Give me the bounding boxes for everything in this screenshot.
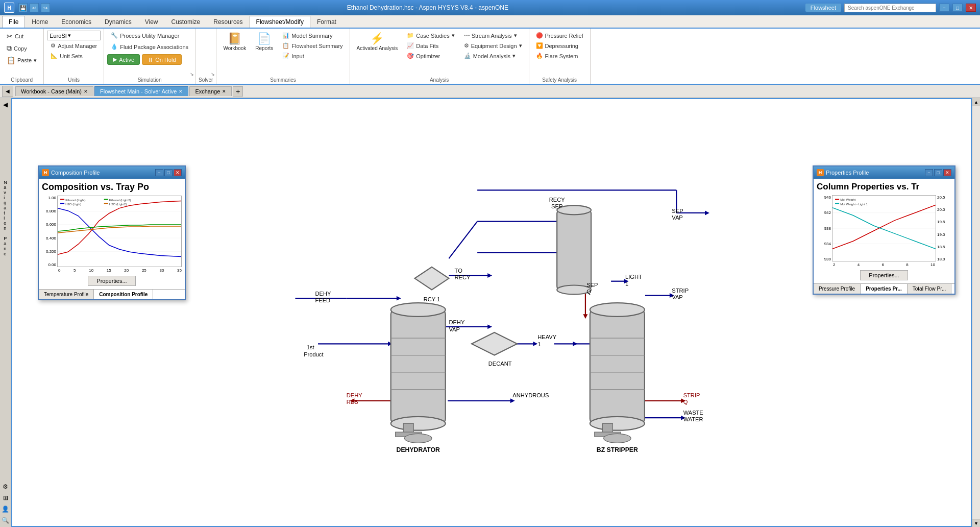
- temp-profile-tab[interactable]: Temperature Profile: [39, 290, 94, 299]
- tab-flowsheet-close[interactable]: ✕: [179, 89, 183, 94]
- svg-marker-17: [487, 324, 492, 329]
- minimize-btn[interactable]: −: [939, 4, 949, 12]
- adjust-manager-button[interactable]: ⚙ Adjust Manager: [47, 41, 101, 51]
- svg-text:1st: 1st: [307, 344, 315, 350]
- composition-heading: Composition vs. Tray Po: [42, 182, 182, 193]
- svg-text:VAP: VAP: [449, 326, 459, 332]
- tab-workbook[interactable]: Workbook - Case (Main) ✕: [15, 86, 93, 96]
- properties-titlebar[interactable]: H Properties Profile − □ ✕: [814, 166, 954, 179]
- data-icon: 📈: [407, 42, 414, 49]
- prop-close[interactable]: ✕: [943, 169, 951, 176]
- svg-point-46: [404, 434, 432, 443]
- composition-titlebar[interactable]: H Composition Profile − □ ✕: [39, 166, 185, 179]
- comp-profile-tab[interactable]: Composition Profile: [94, 290, 153, 299]
- optimizer-button[interactable]: 🎯 Optimizer: [403, 51, 458, 61]
- search-input[interactable]: [844, 4, 936, 12]
- nav-back-arrow[interactable]: ◀: [2, 86, 13, 97]
- tab-dynamics[interactable]: Dynamics: [98, 16, 138, 28]
- total-flow-tab[interactable]: Total Flow Pr...: [908, 284, 952, 294]
- scroll-thumb-v[interactable]: [972, 106, 980, 519]
- tab-customize[interactable]: Customize: [165, 16, 207, 28]
- comp-properties-btn[interactable]: Properties...: [88, 276, 135, 286]
- cut-button[interactable]: ✂ Cut: [3, 31, 40, 42]
- activated-analysis-button[interactable]: ⚡ Activated Analysis: [353, 31, 402, 54]
- tab-exchange-close[interactable]: ✕: [222, 89, 226, 94]
- close-btn[interactable]: ✕: [966, 4, 976, 12]
- prop-h-icon: H: [817, 169, 824, 176]
- fluid-package-button[interactable]: 💧 Fluid Package Associations: [107, 42, 192, 52]
- scroll-up[interactable]: ▲: [972, 98, 980, 106]
- svg-text:SEP: SEP: [672, 208, 683, 214]
- ribbon-group-units: EuroSI ▾ ⚙ Adjust Manager 📐 Unit Sets Un…: [44, 29, 104, 84]
- nav-icon-2[interactable]: NavigationPane: [1, 213, 10, 223]
- workbook-button[interactable]: 📔 Workbook: [219, 31, 250, 54]
- svg-text:VAP: VAP: [672, 214, 682, 221]
- tab-flowsheet[interactable]: Flowsheet/Modify: [250, 16, 310, 28]
- tab-exchange[interactable]: Exchange ✕: [189, 86, 232, 96]
- unit-sets-button[interactable]: 📐 Unit Sets: [47, 51, 101, 61]
- tab-economics[interactable]: Economics: [55, 16, 98, 28]
- composition-tabs: Temperature Profile Composition Profile: [39, 289, 185, 299]
- tab-view[interactable]: View: [138, 16, 165, 28]
- depressuring-button[interactable]: 🔽 Depressuring: [532, 41, 587, 51]
- quick-redo[interactable]: ↪: [41, 3, 50, 12]
- tab-resources[interactable]: Resources: [207, 16, 249, 28]
- simulation-expand[interactable]: ↘: [190, 71, 194, 77]
- properties-pr-tab[interactable]: Properties Pr...: [861, 284, 908, 294]
- flowsheet-summary-button[interactable]: 📋 Flowsheet Summary: [279, 41, 346, 51]
- comp-maximize[interactable]: □: [164, 169, 173, 176]
- prop-maximize[interactable]: □: [934, 169, 942, 176]
- reports-button[interactable]: 📄 Reports: [252, 31, 277, 54]
- stream-analysis-button[interactable]: 〰 Stream Analysis ▾: [460, 31, 526, 40]
- scroll-down[interactable]: ▼: [972, 519, 980, 527]
- composition-profile-window: H Composition Profile − □ ✕ Composition …: [38, 165, 186, 300]
- tab-workbook-close[interactable]: ✕: [84, 89, 88, 94]
- flowsheet-canvas[interactable]: DEHYDRATOR BZ STRIPPER RECY SEP DECANT: [11, 98, 972, 527]
- pressure-profile-tab[interactable]: Pressure Profile: [814, 284, 861, 294]
- units-icon: 📐: [51, 53, 58, 59]
- copy-button[interactable]: ⧉ Copy: [3, 42, 40, 54]
- prop-minimize[interactable]: −: [925, 169, 933, 176]
- doc-tabs: ◀ Workbook - Case (Main) ✕ Flowsheet Mai…: [0, 85, 980, 98]
- ribbon: ✂ Cut ⧉ Copy 📋 Paste ▾ Clipboard Euro: [0, 29, 980, 85]
- active-button[interactable]: ▶ Active: [107, 54, 140, 65]
- input-button[interactable]: 📝 Input: [279, 51, 346, 61]
- pressure-relief-button[interactable]: 🔴 Pressure Relief: [532, 31, 587, 40]
- svg-marker-10: [397, 296, 401, 301]
- maximize-btn[interactable]: □: [952, 4, 963, 12]
- comp-close[interactable]: ✕: [174, 169, 182, 176]
- model-summary-button[interactable]: 📊 Model Summary: [279, 31, 346, 40]
- data-fits-button[interactable]: 📈 Data Fits: [403, 41, 458, 51]
- ribbon-group-summaries: 📔 Workbook 📄 Reports 📊 Model Summary 📋 F…: [216, 29, 350, 84]
- svg-point-38: [391, 303, 446, 317]
- comp-minimize[interactable]: −: [155, 169, 163, 176]
- nav-icon-person[interactable]: 👤: [1, 505, 10, 514]
- quick-save[interactable]: 💾: [18, 3, 28, 12]
- units-dropdown[interactable]: EuroSI ▾: [47, 31, 101, 40]
- tab-home[interactable]: Home: [25, 16, 55, 28]
- tab-add[interactable]: +: [233, 86, 243, 97]
- left-nav-icons: ◀ NavigationPane ⚙ ⊞ 👤 🔍: [0, 98, 11, 527]
- quick-undo[interactable]: ↩: [30, 3, 39, 12]
- nav-icon-tools[interactable]: ⚙: [1, 482, 10, 491]
- pause-icon: ⏸: [148, 57, 153, 63]
- tab-flowsheet-main[interactable]: Flowsheet Main - Solver Active ✕: [94, 86, 188, 96]
- paste-button[interactable]: 📋 Paste ▾: [3, 55, 40, 66]
- tab-format[interactable]: Format: [310, 16, 343, 28]
- process-utility-button[interactable]: 🔧 Process Utility Manager: [107, 31, 183, 40]
- nav-icon-1[interactable]: ◀: [1, 100, 10, 109]
- svg-marker-15: [533, 342, 537, 346]
- onhold-button[interactable]: ⏸ On Hold: [142, 54, 181, 65]
- flare-system-button[interactable]: 🔥 Flare System: [532, 51, 587, 61]
- right-scrollbar[interactable]: ▲ ▼: [972, 98, 980, 527]
- nav-icon-search[interactable]: 🔍: [1, 516, 10, 525]
- svg-text:FEED: FEED: [315, 297, 330, 303]
- nav-icon-toggle[interactable]: ⊞: [1, 493, 10, 502]
- solver-expand[interactable]: ↘: [211, 71, 215, 77]
- tab-file[interactable]: File: [2, 16, 25, 28]
- case-studies-button[interactable]: 📁 Case Studies ▾: [403, 31, 458, 40]
- equipment-design-button[interactable]: ⚙ Equipment Design ▾: [460, 41, 526, 51]
- model-analysis-button[interactable]: 🔬 Model Analysis ▾: [460, 51, 526, 61]
- prop-properties-btn[interactable]: Properties...: [860, 270, 908, 280]
- svg-rect-101: [104, 199, 108, 200]
